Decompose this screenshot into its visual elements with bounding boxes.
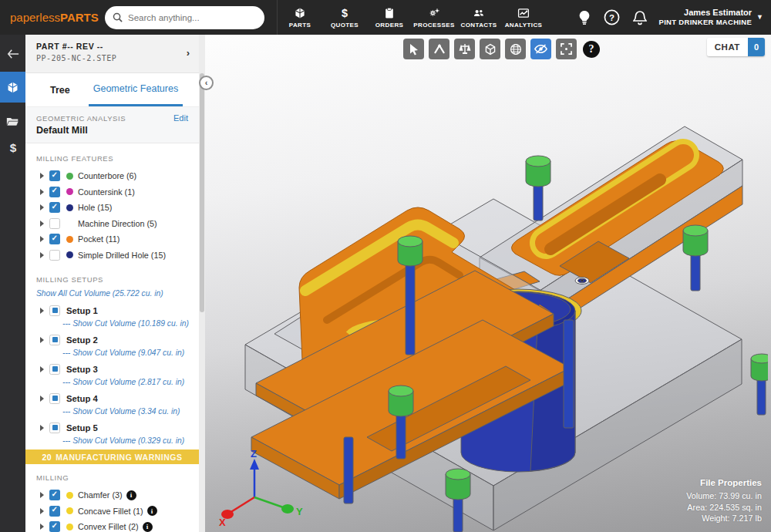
expand-triangle-icon[interactable]	[40, 189, 44, 195]
nav-processes[interactable]: PROCESSES	[412, 0, 456, 35]
nav-orders[interactable]: ORDERS	[367, 0, 412, 35]
setup-label: Setup 3	[66, 365, 98, 374]
people-icon	[473, 7, 485, 19]
expand-triangle-icon[interactable]	[40, 492, 44, 498]
checkbox[interactable]	[49, 250, 60, 261]
cube-view-icon[interactable]	[480, 39, 500, 59]
checkbox[interactable]	[49, 187, 60, 197]
checkbox[interactable]	[49, 364, 60, 375]
bell-icon[interactable]	[631, 9, 648, 26]
user-menu[interactable]: James Estimator PINT DRINKER MACHINE ▼	[659, 8, 763, 28]
setup-block-2: Setup 2 --- Show Cut Volume (9.047 cu. i…	[36, 332, 193, 357]
nav-analytics[interactable]: ANALYTICS	[501, 0, 546, 35]
axis-x-label: X	[219, 517, 226, 528]
3d-model[interactable]	[228, 89, 768, 532]
expand-triangle-icon[interactable]	[40, 508, 44, 514]
info-icon[interactable]: i	[147, 506, 157, 516]
checkbox[interactable]	[49, 335, 60, 345]
rail-item-pricing[interactable]: $	[0, 135, 25, 161]
rail-item-files[interactable]	[0, 109, 25, 135]
checkbox[interactable]	[49, 234, 60, 244]
part-expand-chevron[interactable]: ›	[187, 47, 190, 59]
nav-analytics-label: ANALYTICS	[505, 22, 543, 29]
viewer-help-button[interactable]: ?	[583, 41, 600, 58]
expand-triangle-icon[interactable]	[40, 425, 44, 431]
show-cut-volume-link[interactable]: --- Show Cut Volume (3.34 cu. in)	[62, 407, 193, 416]
gears-icon	[428, 7, 440, 19]
feature-color-dot	[66, 188, 73, 195]
feature-label: Counterbore (6)	[78, 171, 136, 180]
assembly-icon[interactable]	[454, 39, 475, 59]
file-properties: File Properties Volume: 73.99 cu. in Are…	[686, 477, 762, 524]
expand-triangle-icon[interactable]	[40, 524, 44, 530]
feature-row-machine-direction: Machine Direction (5)	[36, 216, 193, 232]
checkbox[interactable]	[49, 170, 60, 181]
tab-geometric-features[interactable]: Geometric Features	[89, 73, 183, 106]
show-cut-volume-link[interactable]: --- Show Cut Volume (10.189 cu. in)	[62, 319, 193, 328]
expand-triangle-icon[interactable]	[40, 204, 44, 210]
app-logo[interactable]: paperlessPARTS	[10, 11, 99, 24]
chevron-down-icon: ▼	[756, 13, 763, 22]
lightbulb-icon[interactable]	[576, 9, 593, 26]
show-all-cut-volume-link[interactable]: Show All Cut Volume (25.722 cu. in)	[36, 289, 193, 298]
setup-label: Setup 2	[66, 335, 98, 345]
panel-scrollbar-thumb[interactable]	[200, 73, 204, 312]
rail-item-viewer[interactable]	[0, 72, 25, 103]
show-cut-volume-link[interactable]: --- Show Cut Volume (2.817 cu. in)	[62, 378, 193, 386]
checkbox[interactable]	[49, 506, 60, 517]
manufacturing-warnings-banner[interactable]: 20 MANUFACTURING WARNINGS	[25, 450, 199, 464]
setup-block-5: Setup 5 --- Show Cut Volume (0.329 cu. i…	[36, 420, 193, 445]
checkbox[interactable]	[49, 490, 60, 500]
expand-triangle-icon[interactable]	[40, 366, 44, 372]
feature-label: Countersink (1)	[78, 187, 135, 197]
info-icon[interactable]: i	[126, 490, 136, 500]
nav-contacts[interactable]: CONTACTS	[456, 0, 501, 35]
globe-icon[interactable]	[505, 39, 526, 59]
search-input[interactable]	[128, 13, 251, 22]
feature-row-concave-fillet: Concave Fillet (1) i	[36, 503, 193, 520]
nav-quotes[interactable]: $ QUOTES	[322, 0, 367, 35]
setup-label: Setup 1	[66, 306, 98, 315]
nav-parts-label: PARTS	[289, 22, 311, 29]
edit-link[interactable]: Edit	[173, 113, 188, 123]
fit-view-icon[interactable]	[556, 39, 577, 59]
checkbox[interactable]	[49, 218, 60, 229]
cube-icon	[294, 7, 306, 19]
expand-triangle-icon[interactable]	[40, 221, 44, 227]
checkbox[interactable]	[49, 202, 60, 213]
dollar-icon: $	[7, 141, 19, 155]
chat-button[interactable]: CHAT 0	[707, 38, 765, 56]
expand-triangle-icon[interactable]	[40, 173, 44, 179]
show-cut-volume-link[interactable]: --- Show Cut Volume (9.047 cu. in)	[62, 348, 193, 357]
help-icon[interactable]: ?	[604, 9, 621, 26]
cube-icon	[6, 81, 19, 94]
info-icon[interactable]: i	[143, 522, 153, 532]
hide-features-icon[interactable]	[530, 39, 551, 59]
checkbox[interactable]	[49, 393, 60, 404]
checkbox[interactable]	[49, 521, 60, 532]
feature-color-dot	[66, 251, 73, 258]
checkbox[interactable]	[49, 305, 60, 316]
expand-triangle-icon[interactable]	[40, 396, 44, 402]
expand-triangle-icon[interactable]	[40, 337, 44, 343]
file-properties-volume: Volume: 73.99 cu. in	[686, 490, 762, 502]
nav-orders-label: ORDERS	[375, 22, 404, 29]
search-bar[interactable]	[105, 6, 264, 29]
show-cut-volume-link[interactable]: --- Show Cut Volume (0.329 cu. in)	[62, 436, 193, 445]
feature-color-dot	[66, 173, 73, 180]
cursor-icon[interactable]	[403, 39, 424, 59]
feature-label: Simple Drilled Hole (15)	[78, 251, 166, 260]
svg-text:$: $	[9, 141, 16, 154]
nav-parts[interactable]: PARTS	[278, 0, 322, 35]
panel-collapse-button[interactable]: ‹	[199, 76, 214, 90]
feature-row-simple-drilled-hole: Simple Drilled Hole (15)	[36, 247, 193, 264]
analysis-value: Default Mill	[36, 125, 188, 136]
viewer-3d[interactable]: ? CHAT 0 Z X Y File Properties Volume: 7…	[205, 35, 771, 532]
back-button[interactable]	[0, 41, 25, 67]
expand-triangle-icon[interactable]	[40, 236, 44, 242]
checkbox[interactable]	[49, 423, 60, 433]
measure-icon[interactable]	[429, 39, 449, 59]
expand-triangle-icon[interactable]	[40, 308, 44, 314]
expand-triangle-icon[interactable]	[40, 252, 44, 258]
tab-tree[interactable]: Tree	[39, 73, 81, 106]
